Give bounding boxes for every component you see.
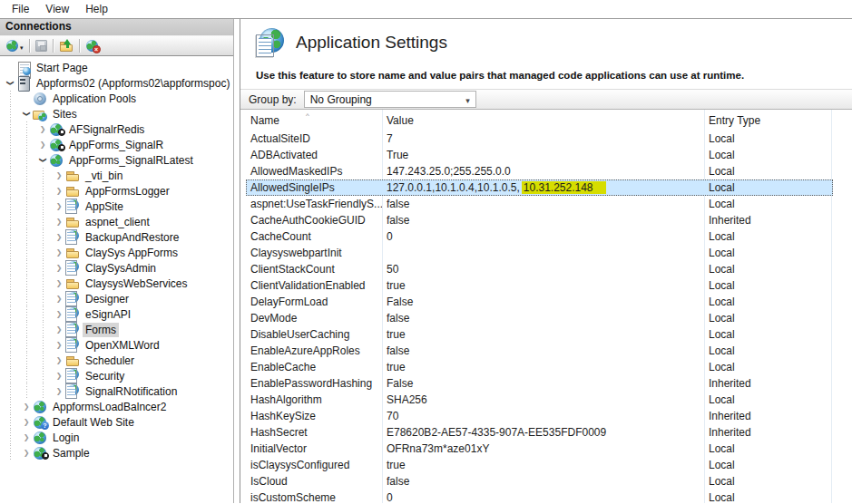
tree-item-label: Appforms02 (Appforms02\appformspoc) <box>34 76 232 91</box>
tree-item-claysys-appforms[interactable]: ClaySys AppForms <box>0 245 233 260</box>
tree-item-backupandrestore[interactable]: BackupAndRestore <box>0 229 233 245</box>
tree-guide <box>4 91 20 106</box>
tree-item-scheduler[interactable]: Scheduler <box>0 353 233 368</box>
expand-chevron-icon[interactable] <box>53 368 65 383</box>
table-row-claysyswebpartinit[interactable]: ClaysyswebpartInitLocal <box>246 245 852 261</box>
table-row-devmode[interactable]: DevModefalseLocal <box>246 310 852 326</box>
tree-item-sites[interactable]: Sites <box>0 106 233 121</box>
collapse-chevron-icon[interactable] <box>20 106 33 121</box>
tree-item-label: eSignAPI <box>83 307 133 322</box>
expand-chevron-icon[interactable] <box>36 121 49 137</box>
tree-guide <box>20 291 36 306</box>
setting-entry-type: Local <box>704 328 831 341</box>
tree-item-application-pools[interactable]: Application Pools <box>0 91 233 106</box>
table-row-enableazureapproles[interactable]: EnableAzureAppRolesfalseLocal <box>246 343 852 359</box>
expand-chevron-icon[interactable] <box>53 229 65 245</box>
create-connection-button[interactable] <box>3 37 26 55</box>
stop-badge <box>42 452 49 460</box>
tree-item-designer[interactable]: Designer <box>0 291 233 306</box>
expand-chevron-icon[interactable] <box>53 306 65 322</box>
table-row-hashsecret[interactable]: HashSecretE78620B2-AE57-4335-907A-EE535F… <box>246 424 852 441</box>
table-row-delayformload[interactable]: DelayFormLoadFalseLocal <box>246 294 852 310</box>
table-row-adbactivated[interactable]: ADBActivatedTrueLocal <box>246 147 852 163</box>
tree-item-appformslogger[interactable]: AppFormsLogger <box>0 183 233 199</box>
expand-chevron-icon[interactable] <box>53 276 65 291</box>
expand-chevron-icon[interactable] <box>53 168 65 183</box>
column-header-entry-type[interactable]: Entry Type <box>704 114 831 127</box>
table-row-iscustomscheme[interactable]: isCustomScheme0Local <box>246 489 852 503</box>
menu-item-help[interactable]: Help <box>77 1 116 17</box>
tree-item-aspnet-client[interactable]: aspnet_client <box>0 214 233 229</box>
column-header-value[interactable]: Value <box>382 114 704 127</box>
expand-chevron-icon[interactable] <box>53 337 65 353</box>
tree-item-appformsloadbalncer2[interactable]: AppformsLoadBalncer2 <box>0 399 233 414</box>
expand-chevron-icon[interactable] <box>53 353 65 368</box>
application-icon <box>65 384 80 399</box>
table-row-iscloud[interactable]: IsCloudfalseLocal <box>246 473 852 489</box>
table-row-allowedsingleips[interactable]: AllowedSingleIPs127.0.0.1,10.1.0.4,10.1.… <box>246 179 852 196</box>
start-page-icon <box>16 61 31 75</box>
tree-item-appsite[interactable]: AppSite <box>0 199 233 214</box>
column-header-name[interactable]: Name <box>246 114 382 127</box>
table-row-disableusercaching[interactable]: DisableUserCachingtrueLocal <box>246 326 852 343</box>
expand-chevron-icon[interactable] <box>20 430 33 445</box>
expand-chevron-icon[interactable] <box>20 445 33 460</box>
tree-item-signalrnotification[interactable]: SignalRNotification <box>0 383 233 399</box>
table-row-enablepasswordhashing[interactable]: EnablePasswordHashingFalseInherited <box>246 375 852 392</box>
expand-chevron-icon[interactable] <box>36 137 49 152</box>
table-row-allowedmaskedips[interactable]: AllowedMaskedIPs147.243.25.0;255.255.0.0… <box>246 163 852 179</box>
expand-chevron-icon[interactable] <box>53 245 65 260</box>
tree-item-afsignalrredis[interactable]: AFSignalrRedis <box>0 121 233 137</box>
tree-item-appforms-signalrlatest[interactable]: AppForms_SignalRLatest <box>0 152 233 168</box>
expand-chevron-icon[interactable] <box>53 383 65 399</box>
tree-item-claysysadmin[interactable]: ClaySysAdmin <box>0 260 233 276</box>
tree-item-forms[interactable]: Forms <box>0 322 233 337</box>
tree-item-vti-bin[interactable]: _vti_bin <box>0 168 233 183</box>
setting-entry-type: Local <box>704 393 831 406</box>
tree-item-default-web-site[interactable]: Default Web Site <box>0 414 233 430</box>
expand-chevron-icon[interactable] <box>53 260 65 276</box>
expand-chevron-icon[interactable] <box>20 414 33 430</box>
table-row-enablecache[interactable]: EnableCachetrueLocal <box>246 359 852 375</box>
table-row-cachecount[interactable]: CacheCount0Local <box>246 228 852 245</box>
remove-connection-button[interactable] <box>83 37 102 55</box>
setting-entry-type: Local <box>704 181 831 194</box>
tree-item-appforms-signalr[interactable]: AppForms_SignalR <box>0 137 233 152</box>
table-row-actualsiteid[interactable]: ActualSiteID7Local <box>246 131 852 147</box>
menu-item-view[interactable]: View <box>37 1 77 17</box>
table-row-clientvalidationenabled[interactable]: ClientValidationEnabledtrueLocal <box>246 277 852 294</box>
tree-item-security[interactable]: Security <box>0 368 233 383</box>
expand-chevron-icon[interactable] <box>20 399 33 414</box>
save-connections-button[interactable] <box>33 37 50 55</box>
expand-chevron-icon[interactable] <box>53 199 65 214</box>
table-row-aspnet-usetaskfriendlys[interactable]: aspnet:UseTaskFriendlyS...falseLocal <box>246 196 852 212</box>
table-row-clientstackcount[interactable]: ClientStackCount50Local <box>246 261 852 277</box>
setting-entry-type: Local <box>704 263 831 276</box>
tree-guide <box>4 445 20 460</box>
setting-entry-type: Local <box>704 361 831 373</box>
tree-item-openxmlword[interactable]: OpenXMLWord <box>0 337 233 353</box>
expand-chevron-icon[interactable] <box>53 291 65 306</box>
up-button[interactable] <box>56 37 76 55</box>
table-row-hashalgorithm[interactable]: HashAlgorithmSHA256Local <box>246 392 852 408</box>
tree-item-claysyswebservices[interactable]: ClaysysWebServices <box>0 276 233 291</box>
tree-guide <box>20 306 36 322</box>
tree-item-login[interactable]: Login <box>0 430 233 445</box>
expand-chevron-icon[interactable] <box>53 214 65 229</box>
expand-chevron-icon[interactable] <box>53 322 65 337</box>
table-row-initialvector[interactable]: InitialVectorOFRna73m*aze01xYLocal <box>246 441 852 457</box>
connect-globe-icon <box>5 39 19 53</box>
tree-item-label: Login <box>50 431 82 445</box>
expand-chevron-icon[interactable] <box>53 183 65 199</box>
tree-item-appforms02-appforms02-appformspoc[interactable]: Appforms02 (Appforms02\appformspoc) <box>0 75 233 91</box>
tree-item-esignapi[interactable]: eSignAPI <box>0 306 233 322</box>
tree-item-start-page[interactable]: Start Page <box>0 60 233 75</box>
collapse-chevron-icon[interactable] <box>4 75 16 91</box>
tree-item-sample[interactable]: Sample <box>0 445 233 460</box>
table-row-hashkeysize[interactable]: HashKeySize70Inherited <box>246 408 852 424</box>
group-by-dropdown[interactable]: No Grouping <box>304 91 476 108</box>
collapse-chevron-icon[interactable] <box>36 152 49 168</box>
table-row-isclaysysconfigured[interactable]: isClaysysConfiguredtrueLocal <box>246 457 852 473</box>
menu-item-file[interactable]: File <box>4 1 37 17</box>
table-row-cacheauthcookieguid[interactable]: CacheAuthCookieGUIDfalseInherited <box>246 212 852 228</box>
